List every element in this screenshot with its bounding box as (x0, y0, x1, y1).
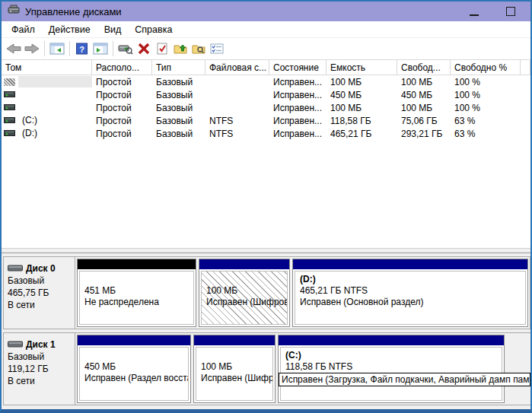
disk1-label-panel[interactable]: Диск 1 Базовый 119,12 ГБ В сети (3, 332, 75, 405)
toolbar-separator (113, 41, 113, 56)
table-row[interactable]: (D:) Простой Базовый NTFS Исправен... 46… (2, 127, 530, 140)
partition-status: Исправен (Раздел восста (84, 373, 188, 384)
disk0-type: Базовый (8, 275, 72, 287)
partition-name (84, 350, 188, 361)
cell-status: Исправен... (269, 90, 327, 100)
disk1-size: 119,12 ГБ (8, 363, 72, 375)
explore-folder-icon[interactable] (190, 40, 208, 57)
column-header-capacity[interactable]: Емкость (327, 60, 397, 75)
cell-free: 100 МБ (397, 103, 451, 113)
menu-view[interactable]: Вид (97, 23, 129, 37)
column-header-status[interactable]: Состояние (269, 60, 327, 75)
cell-layout: Простой (92, 77, 152, 87)
disk0-partition-efi-selected[interactable]: 100 МБ Исправен (Шифров (199, 259, 290, 327)
disk1-empty-filler (507, 335, 529, 403)
cell-capacity: 100 МБ (327, 77, 397, 87)
volume-name-selected[interactable] (18, 76, 92, 87)
toolbar-separator (69, 41, 70, 56)
cell-status: Исправен... (269, 77, 327, 87)
volume-disk-icon (4, 90, 15, 100)
column-header-free-pct[interactable]: Свободно % (451, 60, 521, 75)
delete-volume-icon[interactable] (135, 40, 153, 57)
menu-help[interactable]: Справка (128, 23, 179, 37)
primary-partition-bar (293, 259, 527, 269)
column-header-filesystem[interactable]: Файловая с... (205, 60, 269, 75)
column-header-layout[interactable]: Располо... (92, 60, 152, 75)
cell-free-pct: 63 % (451, 129, 521, 139)
column-header-filler (521, 60, 530, 75)
disk0-partition-d[interactable]: (D:) 465,21 ГБ NTFS Исправен (Основной р… (292, 259, 528, 327)
volume-list: Том Располо... Тип Файловая с... Состоян… (2, 60, 530, 248)
partition-name: (D:) (300, 274, 525, 285)
maximize-button[interactable] (506, 7, 515, 16)
disk1-name: Диск 1 (26, 338, 56, 351)
cell-status: Исправен... (269, 116, 327, 126)
disk0-graph: 451 МБ Не распределена 100 МБ Исправен (… (75, 256, 530, 329)
menu-action[interactable]: Действие (42, 23, 97, 37)
disk0-size: 465,75 ГБ (8, 287, 72, 299)
cell-type: Базовый (152, 129, 205, 139)
volume-disk-icon (4, 129, 15, 139)
show-action-pane-icon[interactable] (91, 40, 110, 57)
menu-file[interactable]: Файл (5, 23, 42, 37)
disk0-label-panel[interactable]: Диск 0 Базовый 465,75 ГБ В сети (3, 256, 75, 329)
cell-free-pct: 63 % (451, 116, 521, 126)
disk1-type: Базовый (8, 351, 72, 363)
properties-icon[interactable] (153, 40, 171, 57)
rescan-disks-icon[interactable] (116, 40, 135, 57)
primary-partition-bar (78, 335, 190, 345)
disk0-status: В сети (8, 299, 72, 311)
column-header-type[interactable]: Тип (152, 60, 205, 75)
primary-partition-bar (194, 335, 275, 345)
cell-free: 100 МБ (397, 77, 451, 87)
partition-name (84, 274, 193, 285)
volume-name (18, 102, 92, 113)
partition-status: Исправен (Основной раздел) (300, 297, 525, 308)
toolbar: ? (2, 38, 530, 60)
cell-free: 450 МБ (397, 90, 451, 100)
partition-size: 100 МБ (201, 361, 272, 373)
disk1-partition-c[interactable]: (C:) 118,58 ГБ NTFS (278, 335, 505, 403)
options-list-icon[interactable] (208, 40, 226, 57)
cell-type: Базовый (152, 90, 205, 100)
column-header-free[interactable]: Свобод... (397, 60, 451, 75)
cell-capacity: 100 МБ (327, 103, 397, 113)
table-row[interactable]: (C:) Простой Базовый NTFS Исправен... 11… (2, 114, 530, 127)
back-icon[interactable] (5, 40, 23, 57)
table-row[interactable]: Простой Базовый Исправен... 450 МБ 450 М… (2, 88, 530, 101)
disk1-partition-efi[interactable]: 100 МБ Исправен (Шифр (193, 335, 276, 403)
disk1-partition-recovery[interactable]: 450 МБ Исправен (Раздел восста (77, 335, 191, 403)
volume-cell (2, 75, 92, 88)
cell-free-pct: 100 % (451, 90, 521, 100)
app-disk-icon (8, 5, 20, 18)
disk1-graph: 450 МБ Исправен (Раздел восста 100 МБ Ис… (75, 332, 530, 405)
toolbar-separator (44, 41, 45, 56)
cell-free: 293,21 ГБ (397, 129, 451, 139)
open-folder-icon[interactable] (171, 40, 190, 57)
partition-name: (C:) (285, 350, 502, 361)
minimize-button[interactable] (470, 8, 479, 16)
column-header-volume[interactable]: Том (2, 60, 92, 75)
title-bar[interactable]: Управление дисками (2, 2, 530, 21)
volume-disk-icon (4, 103, 15, 113)
primary-partition-bar (279, 335, 504, 345)
disk-icon (8, 262, 23, 275)
forward-icon[interactable] (23, 40, 41, 57)
show-console-tree-icon[interactable] (48, 40, 66, 57)
unallocated-bar (78, 259, 196, 269)
table-row[interactable]: Простой Базовый Исправен... 100 МБ 100 М… (2, 101, 530, 114)
disk0-name: Диск 0 (26, 262, 56, 275)
window-controls (470, 7, 524, 16)
cell-fs: NTFS (205, 116, 269, 126)
table-row[interactable]: Простой Базовый Исправен... 100 МБ 100 М… (2, 75, 530, 88)
cell-free-pct: 100 % (451, 77, 521, 87)
disk0-partition-unallocated[interactable]: 451 МБ Не распределена (77, 259, 196, 327)
window-title: Управление дисками (25, 6, 122, 17)
cell-type: Базовый (152, 77, 205, 87)
volume-name: (D:) (18, 128, 92, 139)
volume-hatched-icon (4, 78, 15, 86)
pane-splitter[interactable] (2, 248, 530, 253)
help-icon[interactable]: ? (73, 40, 91, 57)
disk-icon (8, 338, 23, 351)
cell-layout: Простой (92, 90, 152, 100)
